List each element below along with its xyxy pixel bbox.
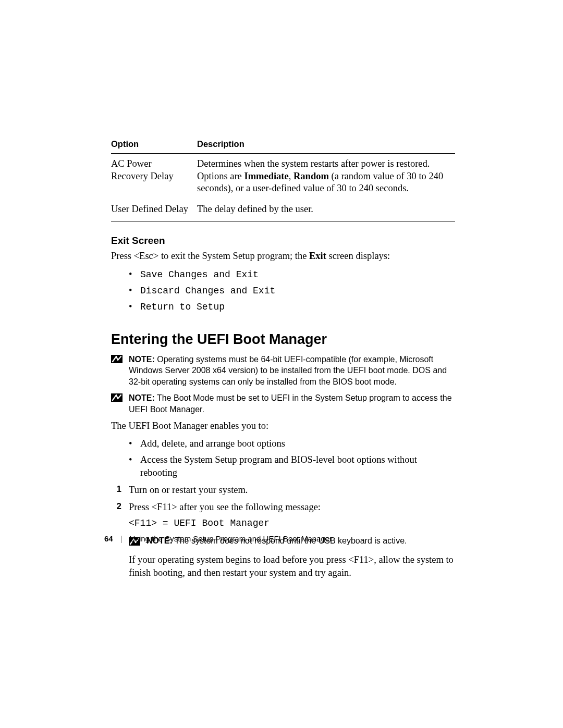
step-text: Turn on or restart your system. (129, 484, 455, 497)
page-number: 64 (104, 534, 113, 543)
bold-text: Random (293, 171, 329, 181)
table-row: AC Power Recovery Delay Determines when … (111, 154, 455, 200)
note-text: NOTE: Operating systems must be 64-bit U… (129, 354, 455, 388)
bold-text: Exit (309, 251, 326, 261)
note-label: NOTE: (129, 393, 155, 402)
table-header-option: Option (111, 136, 197, 154)
note-icon (111, 355, 123, 365)
bold-text: Immediate (244, 171, 288, 181)
list-item: Add, delete, and arrange boot options (129, 437, 455, 450)
uefi-intro: The UEFI Boot Manager enables you to: (111, 419, 455, 433)
note-body: The Boot Mode must be set to UEFI in the… (129, 393, 452, 414)
exit-screen-heading: Exit Screen (111, 235, 455, 246)
list-item: Discard Changes and Exit (129, 284, 455, 297)
note-block: NOTE: Operating systems must be 64-bit U… (111, 354, 455, 388)
step-item: Turn on or restart your system. (111, 484, 455, 497)
page-content: Option Description AC Power Recovery Del… (111, 136, 455, 584)
options-table: Option Description AC Power Recovery Del… (111, 136, 455, 221)
option-cell: User Defined Delay (111, 199, 197, 221)
description-cell: The delay defined by the user. (197, 199, 455, 221)
list-item: Access the System Setup program and BIOS… (129, 453, 455, 479)
option-cell: AC Power Recovery Delay (111, 154, 197, 200)
description-cell: Determines when the system restarts afte… (197, 154, 455, 200)
list-item-text: Save Changes and Exit (140, 269, 259, 280)
footer-separator: | (120, 534, 123, 543)
table-header-description: Description (197, 136, 455, 154)
step-code: <F11> = UEFI Boot Manager (129, 517, 455, 529)
list-item: Save Changes and Exit (129, 268, 455, 281)
uefi-heading: Entering the UEFI Boot Manager (111, 331, 455, 348)
note-icon (111, 393, 123, 404)
table-row: User Defined Delay The delay defined by … (111, 199, 455, 221)
list-item-text: Add, delete, and arrange boot options (140, 438, 285, 449)
list-item-text: Discard Changes and Exit (140, 286, 275, 296)
list-item-text: Access the System Setup program and BIOS… (140, 454, 417, 478)
text: Press <Esc> to exit the System Setup pro… (111, 251, 309, 261)
text: screen displays: (326, 251, 390, 261)
uefi-steps: Turn on or restart your system. Press <F… (111, 484, 455, 579)
exit-intro: Press <Esc> to exit the System Setup pro… (111, 250, 455, 263)
note-block: NOTE: The Boot Mode must be set to UEFI … (111, 392, 455, 415)
list-item-text: Return to Setup (140, 302, 225, 312)
step-text: Press <F11> after you see the following … (129, 501, 455, 514)
list-item: Return to Setup (129, 300, 455, 313)
step-tail: If your operating system begins to load … (129, 553, 455, 579)
note-label: NOTE: (129, 355, 155, 364)
note-body: Operating systems must be 64-bit UEFI-co… (129, 355, 447, 386)
page-footer: 64 | Using the System Setup Program and … (104, 534, 332, 543)
note-text: NOTE: The Boot Mode must be set to UEFI … (129, 392, 455, 415)
text: , (289, 171, 293, 181)
exit-options-list: Save Changes and Exit Discard Changes an… (129, 268, 455, 314)
footer-chapter: Using the System Setup Program and UEFI … (130, 534, 333, 543)
uefi-capabilities-list: Add, delete, and arrange boot options Ac… (129, 437, 455, 479)
